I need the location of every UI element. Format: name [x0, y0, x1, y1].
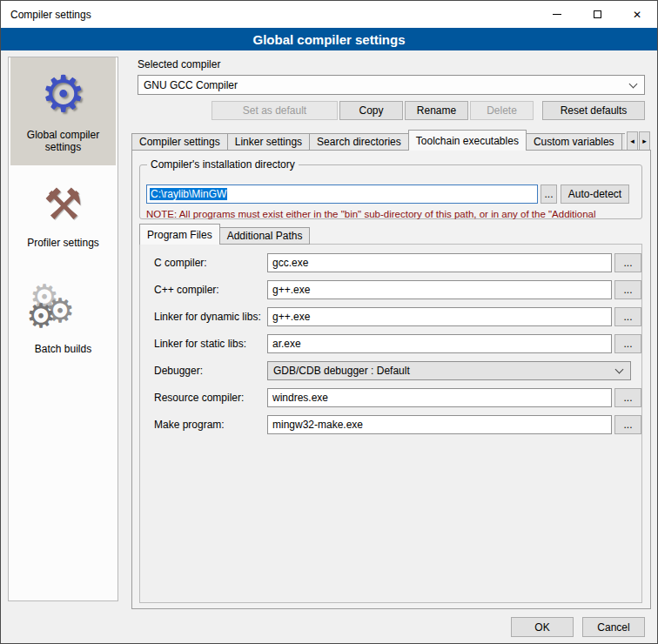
dynamic-linker-input[interactable]	[267, 307, 612, 326]
close-button[interactable]: ✕	[617, 1, 657, 28]
cpp-compiler-row: C++ compiler: ...	[140, 280, 641, 299]
tabs-scroll-area: Compiler settings Linker settings Search…	[131, 130, 625, 151]
set-as-default-button[interactable]: Set as default	[212, 101, 338, 120]
compiler-settings-window: Compiler settings ✕ Global compiler sett…	[0, 0, 658, 644]
settings-category-list: ⚙ Global compiler settings ⚒ Profiler se…	[8, 57, 118, 601]
program-files-tabbar: Program Files Additional Paths	[139, 224, 309, 245]
c-compiler-label: C compiler:	[154, 257, 207, 269]
settings-tabbar: Compiler settings Linker settings Search…	[131, 130, 650, 151]
selected-compiler-label: Selected compiler	[138, 58, 220, 70]
delete-button[interactable]: Delete	[470, 101, 534, 120]
c-compiler-row: C compiler: ...	[140, 253, 641, 272]
sidebar-item-batch-builds[interactable]: ⚙ ⚙ ⚙ Batch builds	[10, 277, 116, 390]
static-linker-browse-button[interactable]: ...	[614, 334, 641, 353]
maximize-icon	[594, 10, 601, 18]
tab-scroll-left-button[interactable]: ◂	[627, 131, 638, 151]
gear-icon: ⚙	[10, 63, 116, 125]
sidebar-item-label: Batch builds	[10, 343, 116, 355]
make-program-row: Make program: ...	[140, 415, 641, 434]
arrow-right-icon: ▸	[642, 137, 647, 145]
batch-builds-icon: ⚙ ⚙ ⚙	[10, 282, 116, 339]
tab-toolchain-executables[interactable]: Toolchain executables	[408, 130, 527, 151]
debugger-row: Debugger: GDB/CDB debugger : Default	[140, 361, 641, 380]
minimize-icon	[553, 14, 561, 15]
c-compiler-browse-button[interactable]: ...	[614, 253, 641, 272]
copy-button[interactable]: Copy	[339, 101, 403, 120]
rename-button[interactable]: Rename	[405, 101, 468, 120]
reset-defaults-button[interactable]: Reset defaults	[542, 101, 645, 120]
installation-directory-group: Compiler's installation directory C:\ray…	[139, 158, 642, 219]
static-linker-row: Linker for static libs: ...	[140, 334, 641, 353]
cpp-compiler-label: C++ compiler:	[154, 284, 219, 296]
make-program-input[interactable]	[267, 415, 612, 434]
minimize-button[interactable]	[537, 1, 577, 28]
installation-directory-value: C:\raylib\MinGW	[150, 188, 227, 200]
resource-compiler-input[interactable]	[267, 388, 612, 407]
tab-linker-settings[interactable]: Linker settings	[227, 133, 310, 151]
chevron-down-icon	[629, 79, 638, 88]
compiler-actions: Set as default Copy Rename Delete Reset …	[138, 101, 645, 120]
profiler-icon: ⚒	[10, 176, 116, 233]
tab-scroll-buttons: ◂ ▸	[627, 131, 650, 151]
window-controls: ✕	[537, 1, 657, 28]
debugger-label: Debugger:	[154, 365, 203, 377]
tab-custom-variables[interactable]: Custom variables	[526, 133, 622, 151]
resource-compiler-label: Resource compiler:	[154, 392, 244, 404]
sidebar-item-profiler-settings[interactable]: ⚒ Profiler settings	[10, 171, 116, 273]
cpp-compiler-input[interactable]	[267, 280, 612, 299]
sidebar-item-global-compiler-settings[interactable]: ⚙ Global compiler settings	[10, 57, 116, 165]
tab-scroll-right-button[interactable]: ▸	[639, 131, 650, 151]
tab-compiler-settings[interactable]: Compiler settings	[131, 133, 228, 151]
dialog-header: Global compiler settings	[1, 28, 657, 50]
installation-directory-group-title: Compiler's installation directory	[147, 158, 299, 171]
dynamic-linker-browse-button[interactable]: ...	[614, 307, 641, 326]
window-title: Compiler settings	[10, 9, 91, 21]
chevron-down-icon	[615, 366, 624, 374]
close-icon: ✕	[633, 9, 641, 21]
ok-button[interactable]: OK	[511, 617, 574, 637]
browse-directory-button[interactable]: ...	[540, 184, 557, 204]
cancel-button[interactable]: Cancel	[582, 617, 645, 637]
tab-build-options[interactable]: Buil	[621, 133, 625, 151]
resource-compiler-row: Resource compiler: ...	[140, 388, 641, 407]
installation-directory-input[interactable]: C:\raylib\MinGW	[146, 184, 538, 204]
dynamic-linker-label: Linker for dynamic libs:	[154, 311, 261, 323]
debugger-value: GDB/CDB debugger : Default	[273, 365, 410, 377]
cpp-compiler-browse-button[interactable]: ...	[614, 280, 641, 299]
sidebar-item-label: Profiler settings	[10, 237, 116, 249]
make-program-label: Make program:	[154, 419, 225, 431]
tab-additional-paths[interactable]: Additional Paths	[219, 227, 311, 245]
maximize-button[interactable]	[577, 1, 617, 28]
program-files-panel: C compiler: ... C++ compiler: ... Linker…	[139, 244, 642, 603]
static-linker-input[interactable]	[267, 334, 612, 353]
titlebar: Compiler settings ✕	[1, 1, 657, 28]
debugger-dropdown[interactable]: GDB/CDB debugger : Default	[267, 361, 631, 380]
make-program-browse-button[interactable]: ...	[614, 415, 641, 434]
note-text: NOTE: All programs must exist either in …	[146, 209, 639, 219]
dynamic-linker-row: Linker for dynamic libs: ...	[140, 307, 641, 326]
tab-program-files[interactable]: Program Files	[139, 224, 220, 245]
sidebar-item-label: Global compiler settings	[10, 129, 116, 153]
static-linker-label: Linker for static libs:	[154, 338, 246, 350]
tab-search-directories[interactable]: Search directories	[309, 133, 409, 151]
c-compiler-input[interactable]	[267, 253, 612, 272]
auto-detect-button[interactable]: Auto-detect	[561, 184, 629, 204]
selected-compiler-value: GNU GCC Compiler	[144, 79, 238, 91]
selected-compiler-dropdown[interactable]: GNU GCC Compiler	[138, 75, 645, 95]
resource-compiler-browse-button[interactable]: ...	[614, 388, 641, 407]
arrow-left-icon: ◂	[630, 137, 634, 145]
